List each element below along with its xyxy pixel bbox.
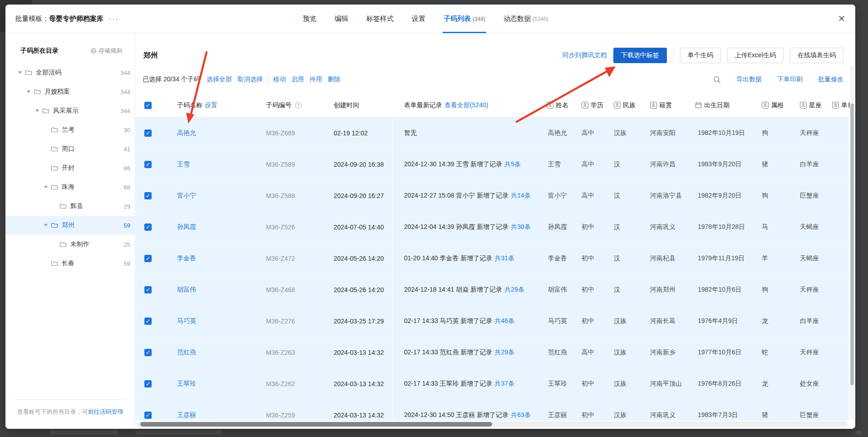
field-zodiac-animal: 猪 bbox=[762, 160, 768, 169]
tree-item-3[interactable]: 兰考30 bbox=[5, 120, 135, 139]
subcode-name-link[interactable]: 马巧英 bbox=[177, 317, 196, 325]
field-birthdate: 1982年10月19日 bbox=[698, 129, 745, 137]
subcode-name-link[interactable]: 雷小宁 bbox=[177, 192, 196, 200]
subcode-name-link[interactable]: 王彦丽 bbox=[177, 411, 196, 419]
batch-edit-link[interactable]: 批量修改 bbox=[818, 75, 843, 84]
record-count-link[interactable]: 共31条 bbox=[495, 254, 515, 262]
caret-down-icon[interactable] bbox=[35, 109, 39, 112]
more-icon[interactable]: ··· bbox=[109, 15, 119, 23]
table-row-M36-Z589: ✓王雪M36-Z5892024-09-20 16:382024-12-30 14… bbox=[136, 149, 849, 180]
disable-link[interactable]: 停用 bbox=[310, 75, 322, 84]
tree-item-9[interactable]: 未制作25 bbox=[5, 235, 135, 254]
single-generate-button[interactable]: 单个生码 bbox=[680, 48, 721, 63]
tree-item-2[interactable]: 风采展示344 bbox=[5, 101, 135, 120]
name-settings-link[interactable]: 设置 bbox=[205, 101, 217, 109]
folder-icon bbox=[59, 241, 67, 248]
subcode-name-link[interactable]: 孙凤霞 bbox=[177, 223, 196, 231]
row-checkbox[interactable]: ✓ bbox=[144, 255, 152, 262]
caret-down-icon[interactable] bbox=[18, 71, 22, 74]
field-zodiac-animal: 猪 bbox=[762, 411, 768, 419]
tab-4[interactable]: 子码列表(344) bbox=[444, 5, 485, 33]
tab-2[interactable]: 标签样式 bbox=[366, 5, 394, 33]
folder-icon bbox=[51, 165, 58, 171]
tab-label: 动态数据 bbox=[503, 15, 531, 23]
row-checkbox[interactable]: ✓ bbox=[144, 223, 152, 231]
row-checkbox[interactable]: ✓ bbox=[144, 161, 152, 168]
text-field-icon: 文 bbox=[832, 102, 839, 109]
delete-link[interactable]: 删除 bbox=[328, 75, 340, 84]
tree-item-4[interactable]: 周口41 bbox=[5, 139, 135, 159]
vertical-scrollbar-thumb[interactable] bbox=[850, 104, 854, 385]
storage-rule-link[interactable]: 存储规则 bbox=[90, 47, 122, 55]
field-zodiac-animal: 狗 bbox=[762, 192, 768, 200]
tree-item-8[interactable]: 郑州59 bbox=[5, 216, 135, 235]
row-checkbox[interactable]: ✓ bbox=[144, 286, 152, 293]
record-count-link[interactable]: 共30条 bbox=[511, 223, 531, 230]
gear-icon bbox=[90, 48, 97, 54]
row-checkbox[interactable]: ✓ bbox=[144, 318, 152, 325]
caret-down-icon[interactable] bbox=[44, 224, 48, 227]
subcode-name-link[interactable]: 范红燕 bbox=[177, 348, 196, 357]
enable-link[interactable]: 启用 bbox=[291, 75, 304, 84]
row-checkbox[interactable]: ✓ bbox=[144, 412, 152, 419]
record-count-link[interactable]: 共29条 bbox=[504, 286, 524, 293]
horizontal-scrollbar-thumb[interactable] bbox=[140, 422, 492, 427]
upload-excel-button[interactable]: 上传Excel生码 bbox=[727, 48, 784, 63]
created-time: 2024-05-26 14:20 bbox=[334, 255, 384, 262]
download-selected-labels-button[interactable]: 下载选中标签 bbox=[613, 48, 667, 63]
row-checkbox[interactable]: ✓ bbox=[144, 380, 152, 387]
deselect-link[interactable]: 取消选择 bbox=[237, 75, 263, 84]
record-count-link[interactable]: 共46条 bbox=[495, 317, 515, 324]
row-checkbox[interactable]: ✓ bbox=[144, 349, 152, 356]
field-constellation: 巨蟹座 bbox=[800, 411, 819, 419]
batch-template-dialog: 批量模板： 母婴专护师档案库 ··· 预览编辑标签样式设置子码列表(344)动态… bbox=[5, 5, 855, 429]
sidebar-footer-text: 查看账号下的所有目录，可 bbox=[17, 408, 88, 415]
record-count-link[interactable]: 共29条 bbox=[495, 348, 515, 356]
move-link[interactable]: 移动 bbox=[273, 75, 286, 84]
close-icon[interactable]: ✕ bbox=[836, 14, 847, 25]
record-count-link[interactable]: 共63条 bbox=[511, 411, 531, 418]
record-count-link[interactable]: 共37条 bbox=[495, 380, 515, 387]
field-zodiac-animal: 龙 bbox=[762, 380, 768, 388]
row-checkbox[interactable]: ✓ bbox=[144, 129, 152, 137]
subcode-name-link[interactable]: 李金香 bbox=[177, 254, 196, 263]
select-all-checkbox[interactable]: ✓ bbox=[144, 102, 152, 109]
tree-item-5[interactable]: 开封86 bbox=[5, 159, 135, 178]
row-checkbox[interactable]: ✓ bbox=[144, 192, 152, 199]
field-birthplace: 河南许昌 bbox=[650, 160, 676, 169]
record-count-link[interactable]: 共14条 bbox=[511, 192, 531, 199]
tree-item-0[interactable]: 全部活码344 bbox=[5, 63, 135, 82]
order-print-link[interactable]: 下单印刷 bbox=[777, 75, 803, 84]
goto-livecode-manage-link[interactable]: 前往活码管理 bbox=[88, 408, 123, 415]
select-all-link[interactable]: 选择全部 bbox=[207, 75, 232, 84]
online-form-button[interactable]: 在线填表生码 bbox=[790, 48, 843, 63]
caret-down-icon[interactable] bbox=[44, 186, 48, 189]
sync-tencent-doc-link[interactable]: 同步到腾讯文档 bbox=[562, 51, 607, 60]
record-count-link[interactable]: 共5条 bbox=[504, 160, 521, 168]
tree-item-6[interactable]: 珠海68 bbox=[5, 178, 135, 197]
column-created: 创建时间 bbox=[334, 101, 359, 109]
help-icon[interactable]: ? bbox=[295, 102, 301, 109]
vertical-scrollbar bbox=[850, 65, 854, 420]
tab-1[interactable]: 编辑 bbox=[335, 5, 348, 33]
tab-3[interactable]: 设置 bbox=[412, 5, 425, 33]
subcode-list-panel: 郑州 同步到腾讯文档 下载选中标签 单个生码 上传Excel生码 在线填表生码 … bbox=[136, 33, 855, 429]
subcode-name-link[interactable]: 王翠玲 bbox=[177, 380, 196, 388]
field-education: 高中 bbox=[582, 129, 594, 137]
search-icon[interactable] bbox=[713, 76, 721, 84]
subcode-name-link[interactable]: 胡富伟 bbox=[177, 286, 196, 294]
subcode-code: M36-Z526 bbox=[266, 223, 295, 231]
view-all-records-link[interactable]: 查看全部(5240) bbox=[444, 101, 488, 109]
tree-item-7[interactable]: 辉县29 bbox=[5, 197, 135, 216]
tree-item-10[interactable]: 长春59 bbox=[5, 254, 135, 273]
latest-record: 02-17 14:33 范红燕 新增了记录共29条 bbox=[404, 348, 514, 357]
subcode-name-link[interactable]: 王雪 bbox=[177, 160, 190, 169]
field-birthdate: 1978年10月28日 bbox=[698, 223, 745, 231]
tree-item-label: 全部活码 bbox=[36, 69, 61, 77]
tab-5[interactable]: 动态数据(5240) bbox=[503, 5, 548, 33]
export-data-link[interactable]: 导出数据 bbox=[736, 75, 762, 84]
subcode-name-link[interactable]: 高艳允 bbox=[177, 129, 196, 137]
tree-item-1[interactable]: 月嫂档案344 bbox=[5, 82, 135, 101]
caret-down-icon[interactable] bbox=[27, 90, 30, 93]
tab-0[interactable]: 预览 bbox=[303, 5, 316, 33]
